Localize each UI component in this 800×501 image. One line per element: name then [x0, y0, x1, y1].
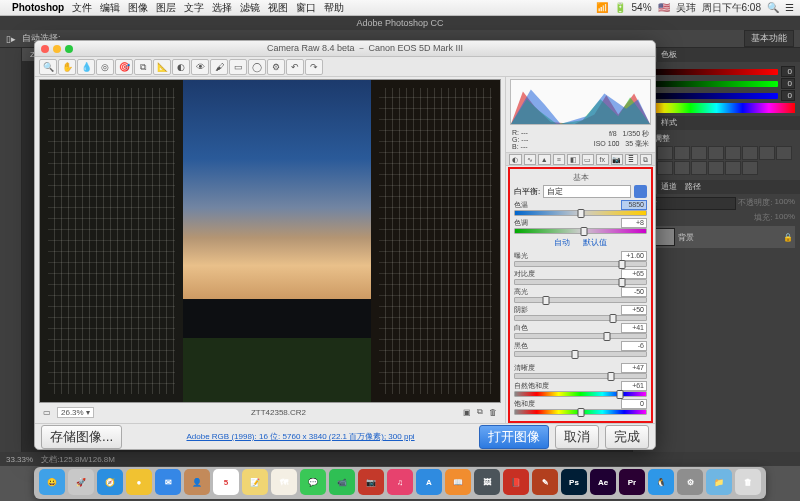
dock-calendar[interactable]: 5 — [213, 469, 239, 495]
slider-clarity-thumb[interactable] — [607, 372, 614, 381]
slider-highlights-value[interactable]: -50 — [621, 287, 647, 297]
adj-levels-icon[interactable] — [657, 146, 673, 160]
color-spectrum[interactable] — [638, 103, 795, 113]
slider-clarity-track[interactable] — [514, 373, 647, 379]
menu-file[interactable]: 文件 — [72, 1, 92, 15]
dock-folder[interactable]: 📁 — [706, 469, 732, 495]
slider-blacks-thumb[interactable] — [572, 350, 579, 359]
menu-edit[interactable]: 编辑 — [100, 1, 120, 15]
dock-safari[interactable]: 🧭 — [97, 469, 123, 495]
save-image-button[interactable]: 存储图像... — [41, 425, 122, 449]
slider-vibrance-thumb[interactable] — [616, 390, 623, 399]
cr-grad-filter-tool[interactable]: ▭ — [229, 59, 247, 75]
app-menu[interactable]: Photoshop — [12, 2, 64, 13]
dock-finder[interactable]: 😀 — [39, 469, 65, 495]
slider-shadows-thumb[interactable] — [610, 314, 617, 323]
slider-vibrance-track[interactable] — [514, 391, 647, 397]
slider-contrast-thumb[interactable] — [619, 278, 626, 287]
tab-fx-icon[interactable]: fx — [596, 154, 609, 165]
tab-paths[interactable]: 路径 — [681, 180, 705, 194]
slider-temperature-thumb[interactable] — [577, 209, 584, 218]
dock-facetime[interactable]: 📹 — [329, 469, 355, 495]
slider-highlights-thumb[interactable] — [543, 296, 550, 305]
tool-zoom[interactable] — [0, 373, 20, 389]
adj-invert-icon[interactable] — [674, 161, 690, 175]
dock-dictionary[interactable]: 📕 — [503, 469, 529, 495]
slider-blacks-value[interactable]: -6 — [621, 341, 647, 351]
slider-whites-value[interactable]: +41 — [621, 323, 647, 333]
tab-split-icon[interactable]: ◧ — [567, 154, 580, 165]
slider-clarity-value[interactable]: +47 — [621, 363, 647, 373]
adj-vibrance-icon[interactable] — [708, 146, 724, 160]
slider-shadows-value[interactable]: +50 — [621, 305, 647, 315]
tool-wand[interactable] — [0, 101, 20, 117]
menu-help[interactable]: 帮助 — [324, 1, 344, 15]
tool-text[interactable] — [0, 305, 20, 321]
slider-saturation-value[interactable]: 0 — [621, 399, 647, 409]
default-link[interactable]: 默认值 — [583, 238, 607, 247]
dock-photobooth[interactable]: 📷 — [358, 469, 384, 495]
slider-saturation-track[interactable] — [514, 409, 647, 415]
menu-type[interactable]: 文字 — [184, 1, 204, 15]
adj-curves-icon[interactable] — [674, 146, 690, 160]
tool-dodge[interactable] — [0, 271, 20, 287]
histogram[interactable] — [510, 79, 651, 125]
tool-hand[interactable] — [0, 356, 20, 372]
preview-area[interactable] — [39, 79, 501, 403]
slider-blacks-track[interactable] — [514, 351, 647, 357]
tab-swatches[interactable]: 色板 — [657, 48, 681, 62]
minimize-icon[interactable] — [53, 45, 61, 53]
menu-window[interactable]: 窗口 — [296, 1, 316, 15]
slider-r[interactable] — [647, 69, 778, 75]
slider-whites-track[interactable] — [514, 333, 647, 339]
wb-dropdown-icon[interactable] — [634, 185, 647, 198]
tab-camera-icon[interactable]: 📷 — [611, 154, 624, 165]
tab-styles[interactable]: 样式 — [657, 116, 681, 130]
dock-contacts[interactable]: 👤 — [184, 469, 210, 495]
slider-vibrance-value[interactable]: +61 — [621, 381, 647, 391]
dock-photoshop[interactable]: Ps — [561, 469, 587, 495]
cr-straighten-tool[interactable]: 📐 — [153, 59, 171, 75]
slider-tint-thumb[interactable] — [581, 227, 588, 236]
tab-detail-icon[interactable]: ▲ — [538, 154, 551, 165]
cancel-button[interactable]: 取消 — [555, 425, 599, 449]
tool-shape[interactable] — [0, 339, 20, 355]
tool-path[interactable] — [0, 322, 20, 338]
menu-select[interactable]: 选择 — [212, 1, 232, 15]
compare-icon[interactable]: ⧉ — [477, 407, 483, 417]
dock-mail[interactable]: ✉ — [155, 469, 181, 495]
dock-launchpad[interactable]: 🚀 — [68, 469, 94, 495]
dock-settings[interactable]: ⚙ — [677, 469, 703, 495]
tab-hsl-icon[interactable]: ≡ — [553, 154, 566, 165]
delete-icon[interactable]: 🗑 — [489, 408, 497, 417]
tab-presets-icon[interactable]: ≣ — [625, 154, 638, 165]
layer-background[interactable]: 👁 背景 🔒 — [638, 226, 795, 248]
dock-notes[interactable]: 📝 — [242, 469, 268, 495]
tab-snapshots-icon[interactable]: ⧉ — [640, 154, 653, 165]
done-button[interactable]: 完成 — [605, 425, 649, 449]
dock-qq[interactable]: 🐧 — [648, 469, 674, 495]
zoom-select[interactable]: 26.3% ▾ — [57, 407, 94, 418]
preview-toggle-icon[interactable]: ▣ — [463, 408, 471, 417]
dialog-titlebar[interactable]: Camera Raw 8.4 beta － Canon EOS 5D Mark … — [35, 41, 655, 57]
battery-icon[interactable]: 🔋 — [614, 2, 626, 13]
tool-crop[interactable] — [0, 118, 20, 134]
cr-spot-tool[interactable]: ◐ — [172, 59, 190, 75]
cr-crop-tool[interactable]: ⧉ — [134, 59, 152, 75]
fill-value[interactable]: 100% — [775, 212, 795, 223]
opacity-value[interactable]: 100% — [775, 197, 795, 210]
tool-stamp[interactable] — [0, 186, 20, 202]
adj-threshold-icon[interactable] — [708, 161, 724, 175]
tool-gradient[interactable] — [0, 237, 20, 253]
tab-lens-icon[interactable]: ▭ — [582, 154, 595, 165]
adj-lookup-icon[interactable] — [657, 161, 673, 175]
slider-g[interactable] — [647, 81, 778, 87]
slider-whites-thumb[interactable] — [603, 332, 610, 341]
dock-preview[interactable]: 🖼 — [474, 469, 500, 495]
tab-basic-icon[interactable]: ◐ — [509, 154, 522, 165]
tool-pen[interactable] — [0, 288, 20, 304]
adj-photo-filter-icon[interactable] — [776, 146, 792, 160]
slider-exposure-thumb[interactable] — [619, 260, 626, 269]
dock-maps[interactable]: 🗺 — [271, 469, 297, 495]
menu-layer[interactable]: 图层 — [156, 1, 176, 15]
